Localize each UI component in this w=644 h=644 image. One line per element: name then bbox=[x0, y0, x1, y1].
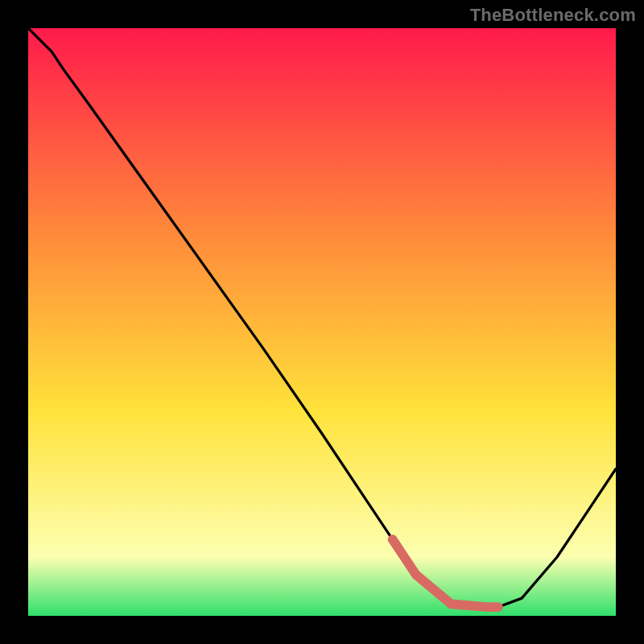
highlight-segment-path bbox=[393, 539, 498, 607]
chart-frame: TheBottleneck.com bbox=[0, 0, 644, 644]
plot-area bbox=[28, 28, 616, 616]
watermark-text: TheBottleneck.com bbox=[470, 5, 636, 26]
curve-layer bbox=[28, 28, 616, 616]
bottleneck-curve-path bbox=[28, 28, 616, 607]
